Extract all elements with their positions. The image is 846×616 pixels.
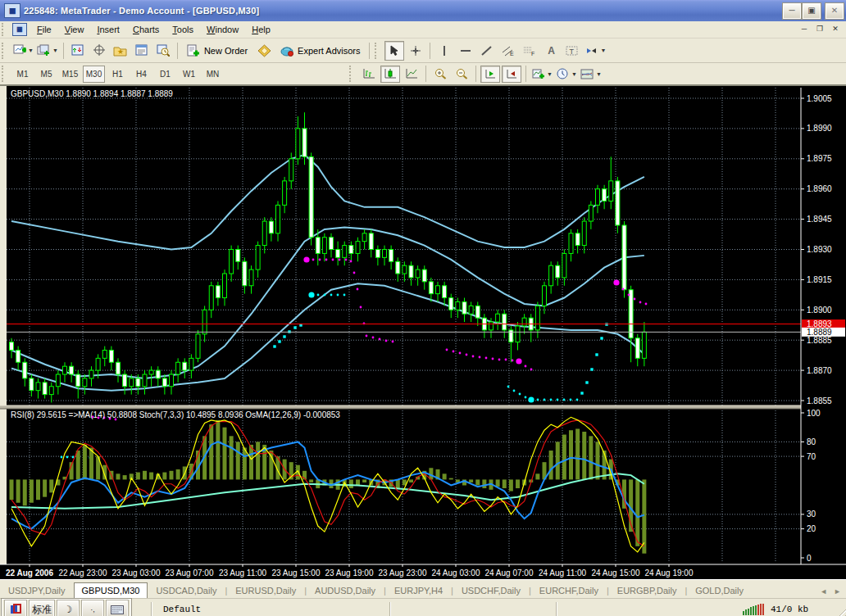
- ime-mode-button[interactable]: 标准: [30, 600, 54, 616]
- price-axis-label: 1.8900: [807, 306, 832, 315]
- arrows-button[interactable]: ▼: [584, 41, 607, 61]
- minimize-button[interactable]: ─: [783, 3, 801, 19]
- tab-scroll-left-icon[interactable]: ◄: [820, 587, 827, 596]
- vertical-line-button[interactable]: [434, 41, 454, 61]
- menu-item-insert[interactable]: Insert: [90, 23, 126, 36]
- menu-item-view[interactable]: View: [58, 23, 91, 36]
- zoom-in-button[interactable]: [430, 66, 450, 83]
- crosshair-mode-button[interactable]: [406, 41, 425, 61]
- cursor-icon: [388, 44, 402, 57]
- zoom-out-button[interactable]: [452, 66, 471, 83]
- window-title: 225848: MetaTrader - Demo Account - [GBP…: [24, 6, 781, 16]
- menu-item-file[interactable]: File: [30, 23, 58, 36]
- resize-grip[interactable]: [833, 607, 846, 616]
- horizontal-line-button[interactable]: [456, 41, 475, 61]
- chart-tab-GOLD[interactable]: GOLD,Daily: [687, 582, 752, 598]
- standard-toolbar: ▼ ▼ ★: [0, 38, 846, 63]
- timeframe-H4[interactable]: H4: [130, 66, 152, 83]
- templates-button[interactable]: ▼: [580, 66, 603, 83]
- mdi-minimize-button[interactable]: ─: [797, 23, 812, 36]
- expert-advisors-label: Expert Advisors: [298, 46, 360, 56]
- restore-button[interactable]: ▣: [803, 3, 821, 19]
- price-chart[interactable]: 1.90051.89901.89751.89601.89451.89301.89…: [0, 86, 846, 579]
- close-button[interactable]: ✕: [826, 3, 844, 19]
- indicators-button[interactable]: ▼: [530, 66, 553, 83]
- dropdown-caret-icon: ▼: [28, 48, 34, 53]
- ime-punct-button[interactable]: ·,: [82, 600, 103, 616]
- trendline-icon: [480, 44, 494, 57]
- ime-mode-label: 标准: [32, 603, 52, 616]
- text-button[interactable]: A: [541, 41, 561, 61]
- periods-button[interactable]: ▼: [555, 66, 578, 83]
- toolbar-grip[interactable]: [349, 66, 356, 82]
- navigator-button[interactable]: ★: [111, 41, 130, 61]
- new-order-button[interactable]: New Order: [182, 41, 252, 61]
- time-axis-label: 23 Aug 07:00: [166, 568, 214, 578]
- candlestick-icon: [384, 67, 398, 80]
- profiles-button[interactable]: ▼: [36, 41, 59, 61]
- cursor-button[interactable]: [384, 41, 404, 61]
- chart-tab-EURGBP[interactable]: EURGBP,Daily: [609, 582, 685, 598]
- chart-tab-GBPUSD[interactable]: GBPUSD,M30: [74, 582, 148, 598]
- auto-scroll-button[interactable]: [480, 66, 500, 83]
- chart-tab-AUDUSD[interactable]: AUDUSD,Daily: [307, 582, 384, 598]
- ime-fullhalf-button[interactable]: ☽: [57, 600, 79, 616]
- chart-tab-EURJPY[interactable]: EURJPY,H4: [386, 582, 451, 598]
- metaquotes-button[interactable]: [254, 41, 274, 61]
- market-watch-button[interactable]: [68, 41, 88, 61]
- terminal-button[interactable]: [132, 41, 152, 61]
- dropdown-caret-icon: ▼: [596, 71, 602, 77]
- trendline-button[interactable]: [477, 41, 497, 61]
- zoom-in-icon: [434, 67, 448, 80]
- chart-tab-USDCHF[interactable]: USDCHF,Daily: [453, 582, 529, 598]
- chart-shift-button[interactable]: [502, 66, 521, 83]
- ime-keyboard-button[interactable]: [107, 600, 128, 616]
- last-badge-text: 1.8889: [807, 328, 832, 337]
- tab-scroll-right-icon[interactable]: ►: [834, 587, 841, 596]
- data-window-button[interactable]: [89, 41, 109, 61]
- indicator-axis-label: 100: [807, 409, 821, 418]
- text-label-button[interactable]: T: [562, 41, 582, 61]
- fibonacci-button[interactable]: F: [520, 41, 539, 61]
- ime-input-icon[interactable]: [5, 600, 26, 616]
- menu-item-help[interactable]: Help: [245, 23, 277, 36]
- timeframe-D1[interactable]: D1: [154, 66, 176, 83]
- line-chart-button[interactable]: [402, 66, 421, 83]
- ime-toolbar: 标准 ☽ ·,: [2, 599, 131, 616]
- timeframe-M1[interactable]: M1: [11, 66, 34, 83]
- menu-item-window[interactable]: Window: [200, 23, 245, 36]
- bar-chart-icon: [362, 67, 376, 80]
- chart-tab-EURCHF[interactable]: EURCHF,Daily: [531, 582, 607, 598]
- menu-item-tools[interactable]: Tools: [166, 23, 200, 36]
- chart-tab-USDJPY[interactable]: USDJPY,Daily: [0, 582, 74, 598]
- timeframe-MN[interactable]: MN: [202, 66, 224, 83]
- text-label-icon: T: [566, 44, 580, 57]
- mdi-restore-button[interactable]: ❐: [812, 23, 827, 36]
- svg-text:F: F: [531, 51, 534, 57]
- candlestick-chart-button[interactable]: [380, 66, 400, 83]
- mdi-close-button[interactable]: ✕: [828, 23, 843, 36]
- bar-chart-button[interactable]: [359, 66, 379, 83]
- new-chart-button[interactable]: ▼: [11, 41, 34, 61]
- chart-tab-USDCAD[interactable]: USDCAD,Daily: [148, 582, 225, 598]
- timeframe-M15[interactable]: M15: [59, 66, 81, 83]
- toolbar-grip[interactable]: [2, 66, 8, 82]
- new-chart-icon: [12, 44, 26, 57]
- timeframe-W1[interactable]: W1: [178, 66, 200, 83]
- equidistant-channel-button[interactable]: E: [498, 41, 518, 61]
- connection-bars-icon: [743, 604, 764, 615]
- toolbar-grip[interactable]: [2, 43, 8, 59]
- expert-advisors-icon: [280, 44, 294, 57]
- timeframe-M30[interactable]: M30: [83, 66, 105, 83]
- menubar-grip[interactable]: [2, 23, 7, 36]
- navigator-star-icon: ★: [113, 44, 127, 57]
- toolbar-grip[interactable]: [375, 43, 381, 59]
- menu-item-charts[interactable]: Charts: [126, 23, 166, 36]
- time-axis-label: 22 Aug 2006: [6, 568, 53, 578]
- chart-tab-EURUSD[interactable]: EURUSD,Daily: [227, 582, 304, 598]
- timeframe-M5[interactable]: M5: [35, 66, 57, 83]
- timeframe-H1[interactable]: H1: [107, 66, 129, 83]
- expert-advisors-button[interactable]: Expert Advisors: [275, 41, 365, 61]
- menu-bar: ▦ FileViewInsertChartsToolsWindowHelp ─ …: [0, 21, 846, 38]
- strategy-tester-button[interactable]: [153, 41, 173, 61]
